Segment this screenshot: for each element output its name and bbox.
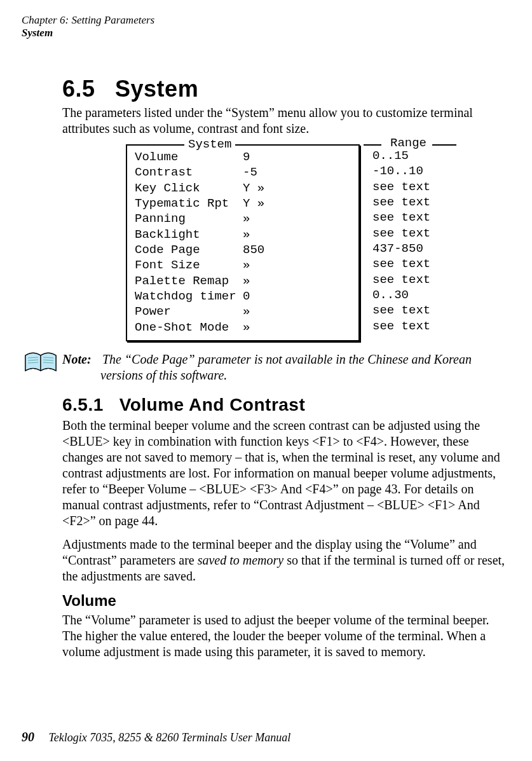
menu-row: Watchdog timer0 [135,289,351,304]
menu-row: Typematic RptY » [135,196,351,211]
system-box-title: System [184,137,235,152]
volume-para: The “Volume” parameter is used to adjust… [62,612,508,660]
range-row: -10..10 [372,163,482,179]
range-row: see text [372,303,482,318]
volume-heading: Volume [62,592,508,610]
range-row: 437-850 [372,241,482,256]
note-block: Note: The “Code Page” parameter is not a… [24,352,508,383]
menu-row: Key ClickY » [135,181,351,196]
menu-row: Volume9 [135,149,351,165]
running-header: Chapter 6: Setting Parameters System [22,14,508,39]
section-intro: The parameters listed under the “System”… [62,105,508,137]
note-text: Note: The “Code Page” parameter is not a… [62,352,472,383]
menu-rows: Volume9 Contrast-5 Key ClickY » Typemati… [135,149,351,335]
range-row: see text [372,256,482,271]
header-chapter: Chapter 6: Setting Parameters [22,14,508,27]
page-footer: 90 Teklogix 7035, 8255 & 8260 Terminals … [22,730,290,744]
note-line1: The “Code Page” parameter is not availab… [102,352,472,366]
page: Chapter 6: Setting Parameters System 6.5… [0,0,532,761]
section-number: 6.5 [62,76,95,102]
subsection-heading: 6.5.1 Volume And Contrast [62,395,508,415]
range-row: see text [372,195,482,210]
subsection-title: Volume And Contrast [119,395,306,415]
header-topic: System [22,27,508,39]
subsection-para2: Adjustments made to the terminal beeper … [62,537,508,584]
range-row: see text [372,210,482,225]
system-box: System Volume9 Contrast-5 Key ClickY » T… [126,144,360,341]
range-column: Range 0..15 -10..10 see text see text se… [360,144,482,341]
range-row: 0..30 [372,287,482,303]
section-heading: 6.5 System [62,76,508,102]
menu-row: One-Shot Mode» [135,320,351,335]
range-title: Range [386,135,430,151]
menu-row: Contrast-5 [135,165,351,180]
book-icon [24,352,58,377]
note-line2: versions of this software. [100,367,472,383]
note-label: Note: [62,352,99,367]
menu-row: Backlight» [135,227,351,242]
menu-row: Code Page850 [135,242,351,257]
range-row: see text [372,319,482,334]
subsection-number: 6.5.1 [62,395,104,415]
range-row: see text [372,226,482,241]
range-row: see text [372,179,482,195]
range-row: see text [372,272,482,287]
section-title: System [115,76,198,102]
menu-row: Font Size» [135,257,351,273]
system-menu-diagram: System Volume9 Contrast-5 Key ClickY » T… [126,144,482,341]
content-block: 6.5 System The parameters listed under t… [62,76,508,660]
subsection-para1: Both the terminal beeper volume and the … [62,418,508,529]
menu-row: Power» [135,304,351,319]
menu-row: Palette Remap» [135,273,351,289]
manual-title: Teklogix 7035, 8255 & 8260 Terminals Use… [49,731,291,744]
menu-row: Panning» [135,211,351,226]
para2-em: saved to memory [198,553,284,567]
page-number: 90 [22,730,34,744]
